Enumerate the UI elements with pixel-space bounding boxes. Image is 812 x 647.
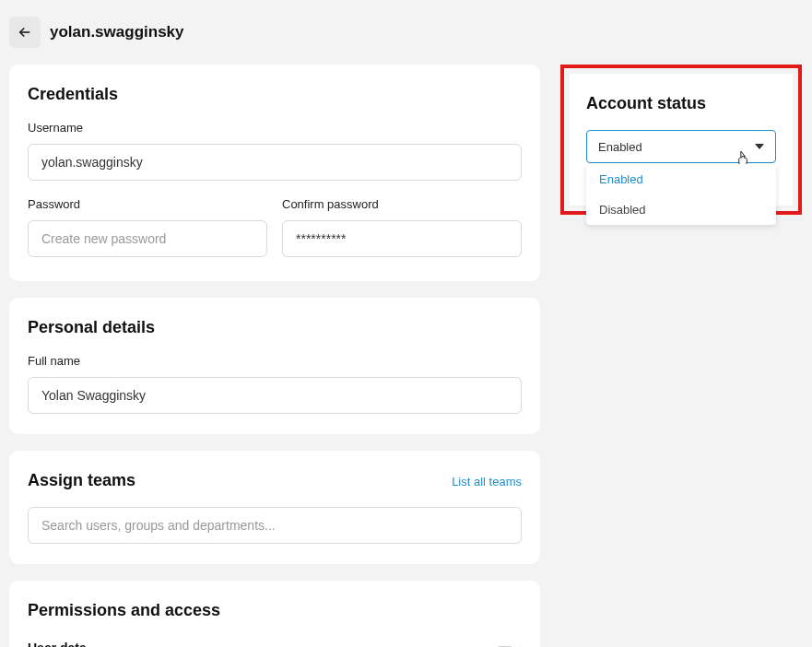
back-button[interactable] — [9, 17, 41, 48]
assign-teams-title: Assign teams — [28, 471, 135, 490]
username-input[interactable] — [28, 144, 522, 181]
fullname-input[interactable] — [28, 377, 522, 414]
confirm-password-label: Confirm password — [282, 197, 522, 211]
status-option-disabled[interactable]: Disabled — [586, 194, 776, 225]
permissions-title: Permissions and access — [28, 601, 522, 620]
status-option-enabled[interactable]: Enabled — [586, 164, 776, 194]
credentials-card: Credentials Username Password Confirm pa… — [9, 65, 540, 281]
account-status-card: Account status Enabled Enabled Disabled — [570, 74, 793, 206]
account-status-dropdown: Enabled Disabled — [586, 164, 776, 225]
account-status-selected-value: Enabled — [598, 140, 642, 154]
permissions-card: Permissions and access User data Access … — [9, 581, 540, 647]
confirm-password-input[interactable] — [282, 220, 522, 257]
personal-details-title: Personal details — [28, 318, 522, 337]
username-label: Username — [28, 121, 522, 135]
page-title: yolan.swagginsky — [50, 23, 184, 41]
chevron-down-icon — [755, 144, 764, 149]
fullname-label: Full name — [28, 354, 522, 368]
userdata-label: User data — [28, 641, 494, 647]
credentials-title: Credentials — [28, 85, 522, 104]
password-label: Password — [28, 197, 267, 211]
arrow-left-icon — [17, 24, 33, 41]
account-status-title: Account status — [586, 94, 776, 113]
highlight-annotation: Account status Enabled Enabled Disabled — [560, 65, 802, 215]
teams-search-input[interactable] — [28, 507, 522, 544]
list-all-teams-link[interactable]: List all teams — [452, 475, 522, 488]
account-status-select[interactable]: Enabled — [586, 130, 776, 163]
password-input[interactable] — [28, 220, 267, 257]
personal-details-card: Personal details Full name — [9, 298, 540, 434]
page-header: yolan.swagginsky — [0, 0, 812, 65]
assign-teams-card: Assign teams List all teams — [9, 451, 540, 564]
